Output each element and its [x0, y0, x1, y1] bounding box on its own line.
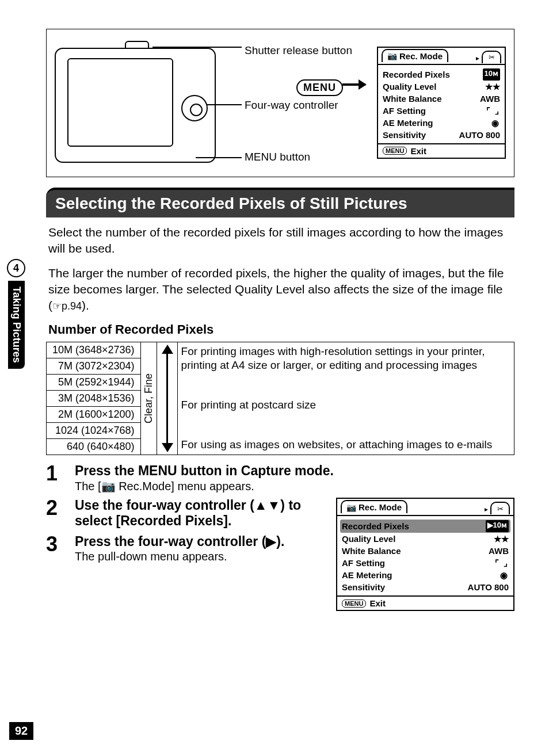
table-row: 3M (2048×1536): [47, 391, 140, 407]
step-body: Use the four-way controller (▲▼) to sele…: [75, 498, 325, 529]
tab-rec-mode: 📷 Rec. Mode: [341, 500, 407, 513]
usage-desc: For using as images on websites, or atta…: [181, 438, 510, 452]
lcd-row: Quality Level★★: [383, 81, 500, 93]
step-title: Press the four-way controller (▶).: [75, 534, 325, 549]
lcd-row: SensitivityAUTO 800: [383, 129, 500, 141]
lcd-row: Recorded Pixels10ᴍ: [383, 68, 500, 81]
lcd-row: Quality Level★★: [342, 533, 509, 545]
exit-label: Exit: [410, 146, 426, 156]
menu-chip: MENU: [342, 600, 366, 608]
tab-tools: ✂: [490, 502, 510, 514]
arrow-down-icon: [162, 443, 173, 452]
label-menu-button: MENU button: [245, 151, 310, 163]
shutter-icon: [125, 41, 149, 49]
lcd-row: White BalanceAWB: [342, 545, 509, 557]
step-number: 3: [46, 534, 64, 555]
step-row-with-lcd: 2 Use the four-way controller (▲▼) to se…: [46, 498, 514, 611]
step-subtext: The pull-down menu appears.: [75, 550, 325, 563]
usage-desc: For printing images with high-resolution…: [181, 345, 510, 373]
usage-desc: For printing at postcard size: [181, 398, 510, 413]
step-item: 2 Use the four-way controller (▲▼) to se…: [46, 498, 325, 529]
lcd-row: AF Setting⌜ ⌟: [342, 557, 509, 569]
manual-page: 4 Taking Pictures 92 Shutter release but…: [0, 0, 549, 756]
table-row: 640 (640×480): [47, 439, 140, 455]
camera-icon: 📷: [101, 480, 116, 492]
table-row: 5M (2592×1944): [47, 375, 140, 391]
quality-scale-label: Clear, Fine: [141, 342, 157, 455]
lcd-screen-bottom: 📷 Rec. Mode ✂ Recorded Pixels▶10ᴍ Qualit…: [336, 498, 514, 611]
page-number: 92: [9, 722, 33, 740]
tools-icon: ✂: [497, 505, 504, 513]
menu-button-graphic: MENU: [296, 79, 343, 96]
lcd-body: Recorded Pixels10ᴍ Quality Level★★ White…: [378, 65, 505, 143]
recorded-pixels-table: 10M (3648×2736) 7M (3072×2304) 5M (2592×…: [46, 342, 514, 455]
camera-diagram: Shutter release button MENU Four-way con…: [46, 29, 514, 177]
leader-line: [152, 47, 242, 48]
lcd-tabs: 📷 Rec. Mode ✂: [337, 499, 513, 516]
lcd-footer: MENU Exit: [337, 595, 513, 610]
arrow-line: [166, 350, 168, 446]
chapter-label: Taking Pictures: [8, 281, 25, 369]
step-title: Use the four-way controller (▲▼) to sele…: [75, 498, 325, 528]
body-paragraph: Select the number of the recorded pixels…: [48, 224, 512, 257]
menu-chip: MENU: [383, 147, 407, 155]
leader-line: [196, 157, 242, 158]
chapter-number: 4: [7, 259, 25, 277]
lcd-row: SensitivityAUTO 800: [342, 581, 509, 593]
step-body: Press the four-way controller (▶). The p…: [75, 534, 325, 563]
section-heading: Selecting the Recorded Pixels of Still P…: [46, 188, 514, 217]
tools-icon: ✂: [489, 53, 495, 62]
lcd-footer: MENU Exit: [378, 143, 505, 158]
arrow-right-icon: [342, 83, 365, 86]
lcd-row-selected: Recorded Pixels▶10ᴍ: [340, 520, 510, 533]
label-fourway: Four-way controller: [245, 100, 338, 112]
lcd-screen-top: 📷 Rec. Mode ✂ Recorded Pixels10ᴍ Quality…: [377, 47, 506, 159]
lcd-row: White BalanceAWB: [383, 93, 500, 105]
exit-label: Exit: [369, 598, 386, 608]
side-tab: 4 Taking Pictures: [7, 259, 25, 369]
lcd-tabs: 📷 Rec. Mode ✂: [378, 48, 505, 65]
table-row: 7M (3072×2304): [47, 358, 140, 375]
table-row: 2M (1600×1200): [47, 407, 140, 423]
leader-line: [207, 104, 242, 105]
lcd-row: AF Setting⌜ ⌟: [383, 105, 500, 117]
pixel-size-column: 10M (3648×2736) 7M (3072×2304) 5M (2592×…: [46, 342, 141, 455]
steps-list: 1 Press the MENU button in Capture mode.…: [46, 463, 514, 611]
tab-label: Rec. Mode: [359, 502, 402, 512]
step-item: 3 Press the four-way controller (▶). The…: [46, 534, 325, 563]
tab-label: Rec. Mode: [399, 51, 443, 61]
camera-illustration: [55, 48, 216, 163]
camera-icon: 📷: [346, 503, 356, 512]
step-title: Press the MENU button in Capture mode.: [75, 463, 514, 478]
quality-arrow: [157, 342, 178, 455]
label-shutter: Shutter release button: [245, 45, 352, 57]
lcd-row: AE Metering◉: [342, 569, 509, 581]
tab-rec-mode: 📷 Rec. Mode: [382, 49, 448, 62]
step-subtext: The [📷 Rec.Mode] menu appears.: [75, 479, 514, 493]
step-item: 1 Press the MENU button in Capture mode.…: [46, 463, 514, 493]
fourway-icon: [181, 95, 208, 121]
sub-heading: Number of Recorded Pixels: [48, 322, 512, 337]
table-row: 10M (3648×2736): [47, 342, 140, 358]
lcd-wrap: 📷 Rec. Mode ✂ Recorded Pixels▶10ᴍ Qualit…: [336, 498, 514, 611]
table-row: 1024 (1024×768): [47, 423, 140, 439]
diagram-left: Shutter release button MENU Four-way con…: [55, 36, 365, 169]
step-body: Press the MENU button in Capture mode. T…: [75, 463, 514, 493]
tab-tools: ✂: [482, 51, 501, 63]
camera-icon: 📷: [387, 51, 397, 60]
lcd-row: AE Metering◉: [383, 117, 500, 129]
usage-description-column: For printing images with high-resolution…: [178, 342, 514, 455]
step-number: 1: [46, 463, 64, 484]
lcd-body: Recorded Pixels▶10ᴍ Quality Level★★ Whit…: [337, 516, 513, 595]
reference-icon: ☞p.94: [52, 300, 82, 312]
body-paragraph: The larger the number of recorded pixels…: [48, 265, 512, 314]
step-number: 2: [46, 498, 64, 518]
